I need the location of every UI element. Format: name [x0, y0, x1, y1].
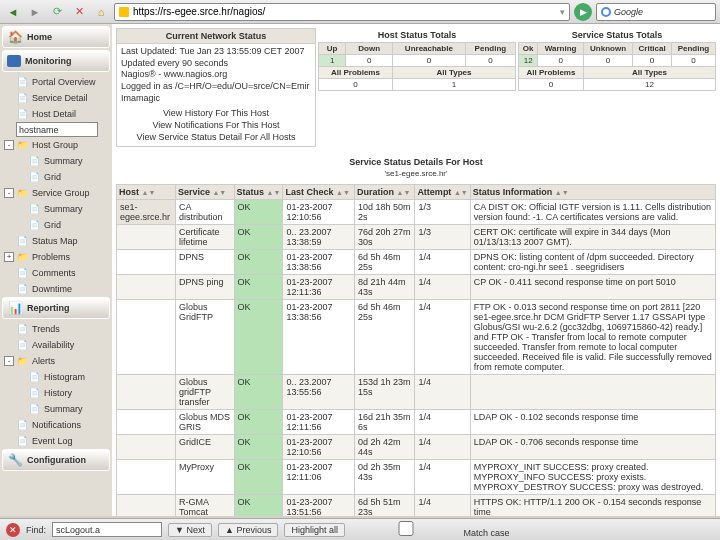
url-text: https://rs-egee.srce.hr/nagios/	[133, 6, 265, 17]
sort-icon: ▲▼	[397, 189, 411, 196]
lastcheck-cell: 01-23-2007 12:10:56	[283, 434, 355, 459]
info-cell: CP OK - 0.411 second response time on po…	[470, 274, 715, 299]
back-button[interactable]: ◄	[4, 3, 22, 21]
service-cell[interactable]: CA distribution	[175, 199, 234, 224]
nav-portal-overview[interactable]: 📄Portal Overview	[2, 74, 110, 90]
nav-monitoring[interactable]: Monitoring	[2, 50, 110, 72]
nav-comments[interactable]: 📄Comments	[2, 265, 110, 281]
go-button[interactable]: ▶	[574, 3, 592, 21]
close-findbar-button[interactable]: ✕	[6, 523, 20, 537]
info-cell: FTP OK - 0.013 second response time on p…	[470, 299, 715, 374]
status-cell: OK	[234, 459, 283, 494]
folder-icon: 📁	[16, 355, 28, 367]
nav-service-detail[interactable]: 📄Service Detail	[2, 90, 110, 106]
lastcheck-cell: 01-23-2007 12:11:06	[283, 459, 355, 494]
status-cell: OK	[234, 434, 283, 459]
nav-notifications[interactable]: 📄Notifications	[2, 417, 110, 433]
attempt-cell: 1/4	[415, 409, 470, 434]
host-cell[interactable]: se1-egee.srce.hr	[117, 199, 176, 224]
monitor-icon	[7, 55, 21, 67]
url-bar[interactable]: https://rs-egee.srce.hr/nagios/ ▾	[114, 3, 570, 21]
table-row: DPNSOK01-23-2007 13:38:566d 5h 46m 25s1/…	[117, 249, 716, 274]
doc-icon: 📄	[28, 203, 40, 215]
nav-hg-grid[interactable]: 📄Grid	[2, 169, 110, 185]
link-history[interactable]: View History For This Host	[163, 108, 269, 118]
service-cell[interactable]: MyProxy	[175, 459, 234, 494]
nav-summary[interactable]: 📄Summary	[2, 401, 110, 417]
col-status-information[interactable]: Status Information ▲▼	[470, 184, 715, 199]
nav-service-group[interactable]: -📁Service Group	[2, 185, 110, 201]
service-cell[interactable]: GridICE	[175, 434, 234, 459]
service-cell[interactable]: R-GMA Tomcat	[175, 494, 234, 516]
doc-icon: 📄	[16, 435, 28, 447]
table-row: MyProxyOK01-23-2007 12:11:060d 2h 35m 43…	[117, 459, 716, 494]
search-bar[interactable]: Google	[596, 3, 716, 21]
service-cell[interactable]: DPNS	[175, 249, 234, 274]
detail-title: Service Status Details For Host	[116, 151, 716, 169]
nav-event-log[interactable]: 📄Event Log	[2, 433, 110, 449]
doc-icon: 📄	[16, 419, 28, 431]
collapse-icon[interactable]: -	[4, 188, 14, 198]
home-button[interactable]: ⌂	[92, 3, 110, 21]
col-status[interactable]: Status ▲▼	[234, 184, 283, 199]
sidebar: 🏠Home Monitoring 📄Portal Overview 📄Servi…	[0, 24, 112, 516]
service-cell[interactable]: DPNS ping	[175, 274, 234, 299]
duration-cell: 76d 20h 27m 30s	[355, 224, 415, 249]
expand-icon[interactable]: +	[4, 252, 14, 262]
lastcheck-cell: 0.. 23.2007 13:55:56	[283, 374, 355, 409]
nav-trends[interactable]: 📄Trends	[2, 321, 110, 337]
col-service[interactable]: Service ▲▼	[175, 184, 234, 199]
nav-host-detail[interactable]: 📄Host Detail	[2, 106, 110, 122]
status-cell: OK	[234, 224, 283, 249]
main-content: Current Network Status Last Updated: Tue…	[112, 24, 720, 516]
nav-home[interactable]: 🏠Home	[2, 26, 110, 48]
reload-button[interactable]: ⟳	[48, 3, 66, 21]
search-placeholder: Google	[614, 7, 643, 17]
info-cell: HTTPS OK: HTTP/1.1 200 OK - 0.154 second…	[470, 494, 715, 516]
nav-host-group[interactable]: -📁Host Group	[2, 137, 110, 153]
nav-configuration[interactable]: 🔧Configuration	[2, 449, 110, 471]
find-prev-button[interactable]: ▲ Previous	[218, 523, 278, 537]
link-notifications[interactable]: View Notifications For This Host	[152, 120, 279, 130]
sort-icon: ▲▼	[212, 189, 226, 196]
stop-button[interactable]: ✕	[70, 3, 88, 21]
sort-icon: ▲▼	[555, 189, 569, 196]
collapse-icon[interactable]: -	[4, 140, 14, 150]
col-attempt[interactable]: Attempt ▲▼	[415, 184, 470, 199]
nav-sg-grid[interactable]: 📄Grid	[2, 217, 110, 233]
nav-histogram[interactable]: 📄Histogram	[2, 369, 110, 385]
attempt-cell: 1/4	[415, 459, 470, 494]
nav-problems[interactable]: +📁Problems	[2, 249, 110, 265]
nav-reporting[interactable]: 📊Reporting	[2, 297, 110, 319]
nav-status-map[interactable]: 📄Status Map	[2, 233, 110, 249]
col-last-check[interactable]: Last Check ▲▼	[283, 184, 355, 199]
nav-history[interactable]: 📄History	[2, 385, 110, 401]
find-next-button[interactable]: ▼ Next	[168, 523, 212, 537]
service-cell[interactable]: Globus gridFTP transfer	[175, 374, 234, 409]
nav-downtime[interactable]: 📄Downtime	[2, 281, 110, 297]
service-cell[interactable]: Globus GridFTP	[175, 299, 234, 374]
service-cell[interactable]: Certificate lifetime	[175, 224, 234, 249]
lastcheck-cell: 01-23-2007 13:51:56	[283, 494, 355, 516]
link-all-hosts[interactable]: View Service Status Detail For All Hosts	[137, 132, 296, 142]
find-label: Find:	[26, 525, 46, 535]
nav-alerts[interactable]: -📁Alerts	[2, 353, 110, 369]
sort-icon: ▲▼	[267, 189, 281, 196]
match-case-checkbox[interactable]: Match case	[351, 521, 510, 538]
doc-icon: 📄	[16, 323, 28, 335]
forward-button[interactable]: ►	[26, 3, 44, 21]
home-icon: 🏠	[7, 29, 23, 45]
hostname-input[interactable]	[16, 122, 98, 137]
service-cell[interactable]: Globus MDS GRIS	[175, 409, 234, 434]
nav-availability[interactable]: 📄Availability	[2, 337, 110, 353]
attempt-cell: 1/3	[415, 224, 470, 249]
col-host[interactable]: Host ▲▼	[117, 184, 176, 199]
highlight-all-button[interactable]: Highlight all	[284, 523, 345, 537]
find-input[interactable]	[52, 522, 162, 537]
collapse-icon[interactable]: -	[4, 356, 14, 366]
dropdown-icon[interactable]: ▾	[560, 7, 565, 17]
nav-sg-summary[interactable]: 📄Summary	[2, 201, 110, 217]
doc-icon: 📄	[28, 155, 40, 167]
nav-hg-summary[interactable]: 📄Summary	[2, 153, 110, 169]
col-duration[interactable]: Duration ▲▼	[355, 184, 415, 199]
